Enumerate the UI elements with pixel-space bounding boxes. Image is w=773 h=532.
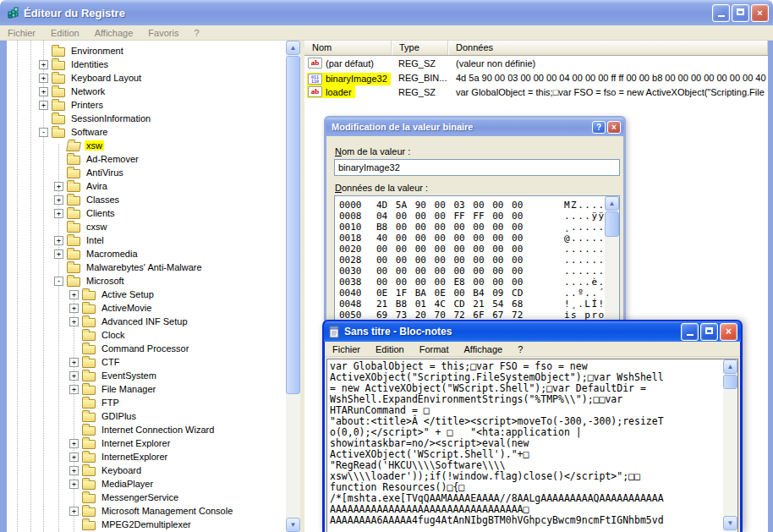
- expand-icon[interactable]: +: [54, 209, 63, 218]
- notepad-text-area[interactable]: var GlobalObject = this;□var FSO = fso =…: [326, 359, 738, 532]
- tree-item-label[interactable]: xsw: [85, 140, 104, 151]
- expand-icon[interactable]: +: [54, 236, 63, 245]
- tree-item-label[interactable]: Ad-Remover: [85, 154, 140, 164]
- tree-item[interactable]: Internet Connection Wizard: [7, 423, 286, 436]
- dialog-help-button[interactable]: ?: [592, 121, 606, 134]
- value-name-input[interactable]: binaryImage32: [334, 159, 620, 176]
- tree-item-label[interactable]: Keyboard Layout: [69, 73, 143, 83]
- collapse-icon[interactable]: -: [39, 128, 48, 137]
- tree-item[interactable]: +Avira: [7, 179, 286, 193]
- registry-value-row[interactable]: abloaderREG_SZvar GlobalObject = this;□v…: [304, 85, 768, 99]
- expand-icon[interactable]: +: [39, 74, 48, 83]
- tree-item[interactable]: xsw: [7, 139, 286, 152]
- tree-item-label[interactable]: Internet Explorer: [100, 438, 172, 448]
- dialog-titlebar[interactable]: Modification de la valeur binaire ? ×: [326, 118, 624, 136]
- dialog-close-button[interactable]: ×: [607, 121, 621, 134]
- tree-item-label[interactable]: Keyboard: [100, 465, 143, 475]
- registry-value-row[interactable]: ab(par défaut)REG_SZ(valeur non définie): [304, 56, 768, 70]
- tree-item[interactable]: Ad-Remover: [7, 152, 286, 166]
- tree-item-label[interactable]: Macromedia: [85, 249, 140, 259]
- tree-item-label[interactable]: MessengerService: [100, 492, 180, 502]
- tree-item-label[interactable]: Environment: [69, 46, 125, 56]
- hex-row[interactable]: 003000 00 00 00 00 00 00 00........: [339, 266, 619, 277]
- expand-icon[interactable]: +: [69, 507, 79, 516]
- hex-row[interactable]: 004821 B8 01 4C CD 21 54 68!¸.LÍ!Th: [339, 299, 619, 310]
- tree-item[interactable]: +ActiveMovie: [7, 301, 286, 315]
- tree-item-label[interactable]: Malwarebytes' Anti-Malware: [85, 262, 204, 272]
- tree-item-label[interactable]: Identities: [69, 59, 110, 69]
- tree-item[interactable]: cxsw: [7, 220, 286, 233]
- tree-item-label[interactable]: File Manager: [100, 384, 157, 394]
- menu-item--[interactable]: ?: [510, 343, 530, 356]
- notepad-maximize-button[interactable]: [700, 323, 718, 341]
- notepad-scroll-down-icon[interactable]: ▼: [723, 516, 737, 530]
- menu-item-affichage[interactable]: Affichage: [457, 343, 511, 356]
- highlighted-value[interactable]: abloader: [307, 85, 355, 98]
- tree-item-label[interactable]: Microsoft Management Console: [100, 506, 234, 516]
- tree-item-label[interactable]: Printers: [69, 100, 105, 110]
- expand-icon[interactable]: +: [39, 101, 48, 110]
- tree-item[interactable]: +Printers: [7, 98, 286, 112]
- notepad-titlebar[interactable]: Sans titre - Bloc-notes ×: [324, 321, 741, 342]
- expand-icon[interactable]: +: [69, 304, 79, 313]
- menu-item-format[interactable]: Format: [412, 343, 457, 356]
- expand-icon[interactable]: +: [69, 466, 79, 475]
- tree-item[interactable]: +Keyboard Layout: [7, 71, 286, 85]
- registry-minimize-button[interactable]: [712, 4, 730, 22]
- expand-icon[interactable]: +: [39, 60, 48, 69]
- registry-maximize-button[interactable]: [732, 4, 749, 22]
- tree-item-label[interactable]: MPEG2Demultiplexer: [100, 519, 193, 529]
- tree-item-label[interactable]: Classes: [85, 195, 121, 205]
- tree-item[interactable]: FTP: [7, 396, 286, 409]
- tree-item[interactable]: +File Manager: [7, 382, 286, 396]
- collapse-icon[interactable]: -: [54, 277, 63, 286]
- menu-item--[interactable]: ?: [186, 26, 206, 40]
- tree-item[interactable]: +MediaPlayer: [7, 477, 286, 491]
- tree-item[interactable]: +Microsoft Management Console: [7, 504, 286, 518]
- column-header-name[interactable]: Nom: [304, 41, 392, 55]
- tree-item[interactable]: Malwarebytes' Anti-Malware: [7, 261, 286, 274]
- menu-item-fichier[interactable]: Fichier: [0, 26, 43, 40]
- expand-icon[interactable]: +: [54, 182, 63, 191]
- expand-icon[interactable]: +: [54, 195, 63, 205]
- expand-icon[interactable]: +: [54, 250, 63, 259]
- tree-item-label[interactable]: MediaPlayer: [100, 479, 155, 489]
- tree-item-label[interactable]: InternetExplorer: [100, 452, 169, 462]
- notepad-scroll-thumb[interactable]: [723, 375, 737, 389]
- tree-item[interactable]: +Classes: [7, 193, 286, 206]
- tree-item-label[interactable]: Software: [69, 127, 109, 137]
- tree-scroll-down-icon[interactable]: ▼: [286, 518, 300, 532]
- tree-item[interactable]: +Active Setup: [7, 288, 286, 301]
- tree-item[interactable]: GDIPlus: [7, 409, 286, 423]
- expand-icon[interactable]: +: [69, 290, 79, 299]
- tree-item[interactable]: +Intel: [7, 233, 286, 247]
- tree-item-label[interactable]: FTP: [100, 398, 121, 408]
- value[interactable]: ab(par défaut): [307, 57, 377, 69]
- tree-scrollbar[interactable]: ▲ ▼: [286, 41, 300, 532]
- tree-item-label[interactable]: Intel: [85, 235, 106, 245]
- tree-item-label[interactable]: Microsoft: [85, 276, 126, 286]
- tree-item[interactable]: MPEG2Demultiplexer: [7, 518, 286, 531]
- tree-item-label[interactable]: ActiveMovie: [100, 303, 153, 313]
- notepad-close-button[interactable]: ×: [720, 323, 737, 341]
- tree-item[interactable]: AntiVirus: [7, 166, 286, 179]
- tree-item-label[interactable]: cxsw: [85, 222, 108, 232]
- registry-value-row[interactable]: 011110binaryImage32REG_BIN...4d 5a 90 00…: [304, 70, 768, 85]
- menu-item-favoris[interactable]: Favoris: [140, 26, 186, 40]
- hex-row[interactable]: 0010B8 00 00 00 00 00 00 00¸.......: [339, 222, 619, 233]
- tree-item-label[interactable]: EventSystem: [100, 370, 158, 381]
- tree-item[interactable]: +Clients: [7, 206, 286, 220]
- registry-titlebar[interactable]: Éditeur du Registre ×: [0, 0, 773, 25]
- notepad-text-content[interactable]: var GlobalObject = this;□var FSO = fso =…: [330, 361, 664, 526]
- expand-icon[interactable]: +: [69, 371, 79, 381]
- expand-icon[interactable]: +: [69, 452, 79, 462]
- expand-icon[interactable]: +: [69, 317, 79, 326]
- tree-item[interactable]: SessionInformation: [7, 112, 286, 125]
- tree-item-label[interactable]: Advanced INF Setup: [100, 316, 189, 326]
- tree-item-label[interactable]: GDIPlus: [100, 411, 138, 421]
- menu-item-affichage[interactable]: Affichage: [87, 26, 141, 40]
- tree-item[interactable]: +Internet Explorer: [7, 436, 286, 450]
- menu-item-edition[interactable]: Edition: [43, 26, 87, 40]
- tree-item-label[interactable]: Command Processor: [100, 343, 190, 354]
- hex-row[interactable]: 00400E 1F BA 0E 00 B4 09 CD..º..´.Í: [339, 288, 619, 299]
